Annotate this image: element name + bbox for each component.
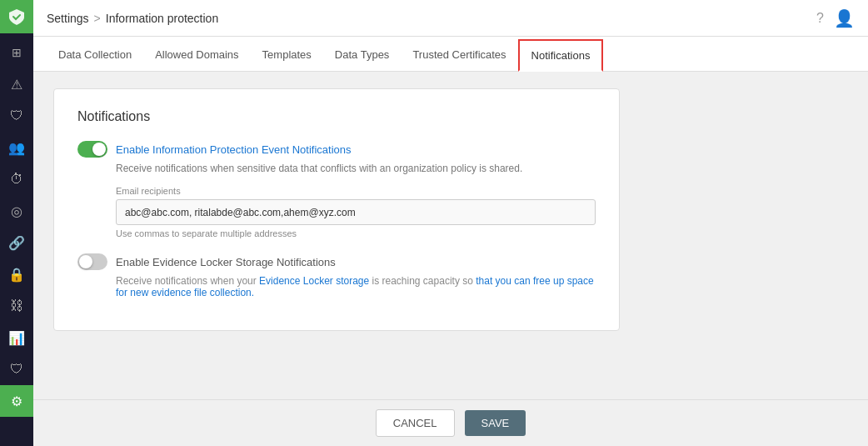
- breadcrumb-settings[interactable]: Settings: [47, 12, 89, 25]
- sidebar-item-alerts[interactable]: ⚠: [0, 68, 33, 100]
- dashboard-icon: ⊞: [12, 46, 22, 59]
- sidebar-item-lock[interactable]: 🔒: [0, 258, 33, 290]
- breadcrumb-current: Information protection: [106, 12, 218, 25]
- sidebar-item-users[interactable]: 👥: [0, 132, 33, 163]
- sidebar-item-shield2[interactable]: 🛡: [0, 353, 33, 385]
- card-title: Notifications: [77, 109, 596, 124]
- settings-icon: ⚙: [11, 393, 22, 409]
- shield2-icon: 🛡: [10, 362, 23, 377]
- sidebar-item-clock[interactable]: ⏱: [0, 163, 33, 195]
- notifications-card: Notifications Enable Information Protect…: [53, 88, 620, 331]
- tab-data-collection[interactable]: Data Collection: [47, 40, 143, 71]
- lock-icon: 🔒: [8, 267, 25, 283]
- sidebar-item-target[interactable]: ◎: [0, 195, 33, 227]
- app-logo[interactable]: [0, 0, 33, 33]
- shield-icon: 🛡: [10, 108, 23, 123]
- toggle1[interactable]: [77, 141, 107, 158]
- tab-notifications[interactable]: Notifications: [518, 39, 604, 72]
- tab-data-types[interactable]: Data Types: [323, 40, 402, 71]
- email-hint: Use commas to separate multiple addresse…: [116, 228, 596, 238]
- header: Settings > Information protection ? 👤: [33, 0, 868, 37]
- sidebar-item-integrations[interactable]: 🔗: [0, 227, 33, 258]
- target-icon: ◎: [11, 203, 22, 219]
- tab-templates[interactable]: Templates: [251, 40, 323, 71]
- sidebar-item-dashboard[interactable]: ⊞: [0, 37, 33, 68]
- cancel-button[interactable]: CANCEL: [376, 409, 455, 437]
- tab-bar: Data Collection Allowed Domains Template…: [33, 37, 868, 72]
- email-label: Email recipients: [116, 186, 596, 196]
- clock-icon: ⏱: [10, 172, 23, 187]
- help-icon[interactable]: ?: [816, 11, 824, 26]
- toggle1-thumb: [92, 143, 106, 156]
- breadcrumb: Settings > Information protection: [47, 12, 218, 25]
- connections-icon: ⛓: [10, 298, 23, 313]
- footer: CANCEL SAVE: [33, 399, 868, 446]
- users-icon: 👥: [8, 140, 25, 156]
- tab-allowed-domains[interactable]: Allowed Domains: [143, 40, 250, 71]
- content-area: Notifications Enable Information Protect…: [33, 72, 868, 399]
- toggle1-label: Enable Information Protection Event Noti…: [116, 143, 352, 156]
- integrations-icon: 🔗: [8, 235, 25, 251]
- sidebar-item-analytics[interactable]: 📊: [0, 322, 33, 353]
- user-avatar[interactable]: 👤: [834, 8, 855, 28]
- breadcrumb-separator: >: [94, 12, 101, 25]
- sidebar: ⊞ ⚠ 🛡 👥 ⏱ ◎ 🔗 🔒 ⛓ 📊 🛡 ⚙: [0, 0, 33, 446]
- sidebar-item-shield[interactable]: 🛡: [0, 100, 33, 132]
- email-section: Email recipients Use commas to separate …: [116, 186, 596, 238]
- alerts-icon: ⚠: [11, 77, 22, 93]
- analytics-icon: 📊: [8, 330, 25, 346]
- header-actions: ? 👤: [816, 8, 855, 28]
- email-input[interactable]: [125, 207, 586, 218]
- email-input-wrapper[interactable]: [116, 199, 596, 225]
- toggle2-thumb: [79, 255, 92, 268]
- toggle2-row: Enable Evidence Locker Storage Notificat…: [77, 253, 596, 270]
- toggle2-description: Receive notifications when your Evidence…: [116, 275, 596, 298]
- sidebar-item-connections[interactable]: ⛓: [0, 290, 33, 322]
- main-panel: Settings > Information protection ? 👤 Da…: [33, 0, 868, 446]
- toggle2-track[interactable]: [77, 253, 107, 270]
- toggle1-track[interactable]: [77, 141, 107, 158]
- toggle1-description: Receive notifications when sensitive dat…: [116, 163, 596, 174]
- toggle2[interactable]: [77, 253, 107, 270]
- toggle1-row: Enable Information Protection Event Noti…: [77, 141, 596, 158]
- save-button[interactable]: SAVE: [465, 410, 526, 436]
- toggle2-label: Enable Evidence Locker Storage Notificat…: [116, 256, 336, 268]
- tab-trusted-certificates[interactable]: Trusted Certificates: [401, 40, 517, 71]
- sidebar-item-settings[interactable]: ⚙: [0, 385, 33, 417]
